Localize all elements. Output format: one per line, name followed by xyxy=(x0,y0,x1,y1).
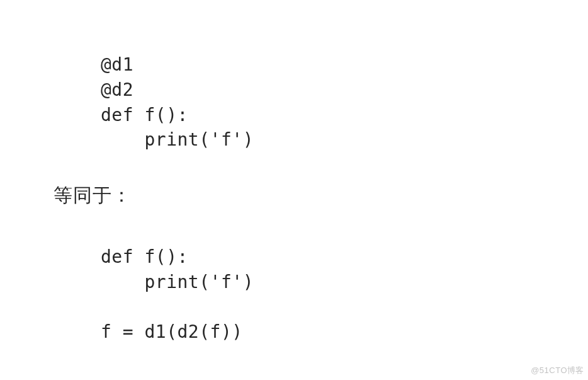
prose-equivalent-label: 等同于： xyxy=(54,183,132,209)
code-block-decorated: @d1 @d2 def f(): print('f') xyxy=(101,52,254,153)
code-line: @d2 xyxy=(101,79,133,100)
code-line: print('f') xyxy=(101,272,254,292)
code-line: f = d1(d2(f)) xyxy=(101,321,243,342)
watermark-text: @51CTO博客 xyxy=(531,365,584,376)
code-block-expanded: def f(): print('f') f = d1(d2(f)) xyxy=(101,245,254,345)
page-root: @d1 @d2 def f(): print('f') 等同于： def f()… xyxy=(0,0,588,380)
code-line: print('f') xyxy=(101,129,254,150)
code-line: def f(): xyxy=(101,105,188,125)
code-line: def f(): xyxy=(101,246,188,267)
code-line: @d1 xyxy=(101,54,133,75)
